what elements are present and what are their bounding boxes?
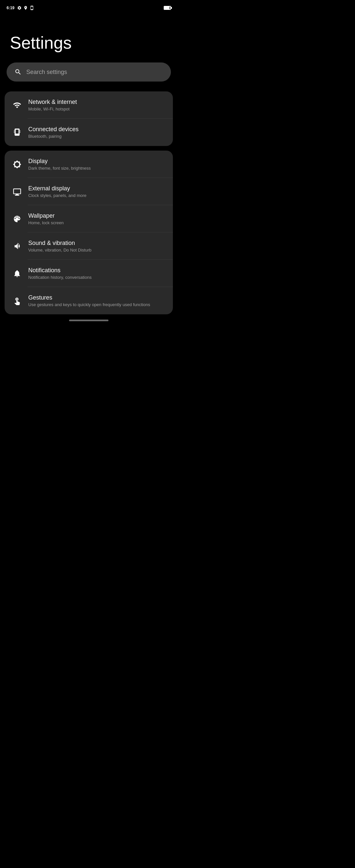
search-icon — [14, 68, 22, 75]
gesture-icon — [12, 296, 22, 305]
external-display-subtitle: Clock styles, panels, and more — [28, 193, 87, 198]
settings-item-display[interactable]: Display Dark theme, font size, brightnes… — [5, 151, 173, 178]
screenshot-status-icon — [30, 6, 34, 10]
settings-status-icon — [17, 6, 22, 10]
wifi-icon — [12, 101, 22, 110]
battery-icon — [164, 6, 171, 10]
brightness-icon — [12, 160, 22, 169]
display-title: Display — [28, 158, 91, 165]
status-bar: 6:19 — [0, 0, 178, 13]
connected-devices-title: Connected devices — [28, 126, 78, 133]
bell-icon — [12, 269, 22, 278]
settings-group-display: Display Dark theme, font size, brightnes… — [5, 151, 173, 314]
settings-item-connected-devices[interactable]: Connected devices Bluetooth, pairing — [5, 119, 173, 146]
battery-container — [164, 6, 171, 10]
palette-icon — [12, 214, 22, 224]
settings-group-connectivity: Network & internet Mobile, Wi-Fi, hotspo… — [5, 91, 173, 146]
settings-item-sound-vibration[interactable]: Sound & vibration Volume, vibration, Do … — [5, 232, 173, 260]
connected-devices-subtitle: Bluetooth, pairing — [28, 134, 78, 139]
sound-vibration-title: Sound & vibration — [28, 240, 91, 247]
settings-item-notifications[interactable]: Notifications Notification history, conv… — [5, 260, 173, 287]
settings-item-gestures[interactable]: Gestures Use gestures and keys to quickl… — [5, 287, 173, 314]
location-status-icon — [23, 6, 28, 10]
notifications-subtitle: Notification history, conversations — [28, 275, 92, 280]
display-subtitle: Dark theme, font size, brightness — [28, 166, 91, 170]
wallpaper-subtitle: Home, lock screen — [28, 220, 64, 225]
monitor-icon — [12, 187, 22, 196]
sound-icon — [12, 242, 22, 251]
search-bar[interactable]: Search settings — [7, 62, 171, 82]
gestures-title: Gestures — [28, 294, 150, 301]
external-display-title: External display — [28, 185, 87, 192]
wallpaper-title: Wallpaper — [28, 212, 64, 219]
devices-icon — [12, 128, 22, 137]
settings-item-wallpaper[interactable]: Wallpaper Home, lock screen — [5, 205, 173, 232]
network-internet-title: Network & internet — [28, 99, 77, 105]
page-title: Settings — [0, 13, 178, 62]
notifications-title: Notifications — [28, 267, 92, 274]
sound-vibration-subtitle: Volume, vibration, Do Not Disturb — [28, 248, 91, 252]
status-time: 6:19 — [7, 6, 14, 10]
nav-indicator — [69, 319, 108, 321]
gestures-subtitle: Use gestures and keys to quickly open fr… — [28, 302, 150, 307]
settings-item-network-internet[interactable]: Network & internet Mobile, Wi-Fi, hotspo… — [5, 91, 173, 119]
search-placeholder: Search settings — [26, 69, 67, 75]
network-internet-subtitle: Mobile, Wi-Fi, hotspot — [28, 106, 77, 112]
settings-item-external-display[interactable]: External display Clock styles, panels, a… — [5, 178, 173, 205]
